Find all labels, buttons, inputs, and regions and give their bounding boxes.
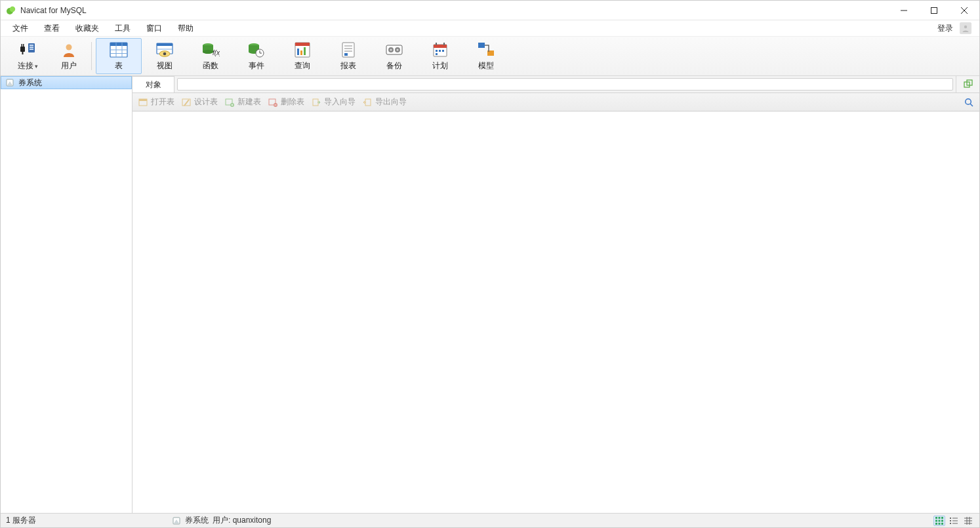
toolbar-table-button[interactable]: 表 bbox=[96, 38, 142, 74]
svg-rect-83 bbox=[939, 523, 941, 525]
svg-point-14 bbox=[66, 45, 72, 51]
toolbar-user-label: 用户 bbox=[61, 60, 77, 71]
table-icon bbox=[109, 41, 129, 59]
grid-icon bbox=[935, 517, 943, 525]
menu-view[interactable]: 查看 bbox=[36, 21, 68, 36]
svg-rect-85 bbox=[950, 518, 951, 519]
toolbar-schedule-label: 计划 bbox=[432, 60, 448, 71]
toolbar-table-label: 表 bbox=[115, 60, 123, 71]
avatar-icon[interactable] bbox=[960, 22, 971, 34]
svg-rect-38 bbox=[342, 43, 354, 57]
import-wizard-button[interactable]: 导入向导 bbox=[311, 96, 356, 108]
svg-rect-37 bbox=[304, 47, 306, 55]
search-button[interactable] bbox=[964, 97, 974, 108]
svg-rect-8 bbox=[30, 45, 33, 46]
menu-help[interactable]: 帮助 bbox=[170, 21, 201, 36]
close-button[interactable] bbox=[949, 1, 979, 20]
svg-rect-90 bbox=[952, 523, 958, 523]
toolbar-function-label: 函数 bbox=[203, 60, 218, 71]
connection-item[interactable]: 券系统 bbox=[1, 76, 132, 89]
svg-rect-34 bbox=[295, 43, 310, 46]
toolbar-function-button[interactable]: f(x) 函数 bbox=[188, 38, 234, 74]
menu-file[interactable]: 文件 bbox=[5, 21, 36, 36]
delete-table-button[interactable]: 删除表 bbox=[268, 96, 304, 108]
status-server-count: 1 服务器 bbox=[6, 515, 168, 526]
svg-rect-9 bbox=[30, 47, 33, 48]
svg-point-47 bbox=[397, 49, 399, 51]
toolbar-model-label: 模型 bbox=[478, 60, 494, 71]
design-table-button[interactable]: 设计表 bbox=[181, 96, 218, 108]
maximize-button[interactable] bbox=[919, 1, 949, 20]
toolbar-model-button[interactable]: 模型 bbox=[463, 38, 509, 74]
toolbar-event-label: 事件 bbox=[249, 60, 264, 71]
connection-icon bbox=[5, 78, 14, 87]
svg-rect-87 bbox=[950, 520, 951, 521]
menu-favorites[interactable]: 收藏夹 bbox=[68, 21, 107, 36]
object-list-area[interactable] bbox=[133, 112, 979, 513]
plug-server-icon bbox=[18, 41, 37, 59]
toolbar-connect-label: 连接 bbox=[18, 60, 33, 71]
view-list-button[interactable] bbox=[948, 516, 960, 526]
svg-rect-62 bbox=[139, 99, 147, 101]
svg-rect-76 bbox=[935, 517, 937, 519]
svg-rect-13 bbox=[23, 44, 24, 47]
status-user-label: 用户: bbox=[213, 516, 233, 525]
toolbar-report-label: 报表 bbox=[340, 60, 356, 71]
tab-objects[interactable]: 对象 bbox=[133, 76, 174, 92]
svg-text:f(x): f(x) bbox=[213, 49, 220, 56]
toolbar-query-button[interactable]: 查询 bbox=[279, 38, 325, 74]
path-bar[interactable] bbox=[177, 78, 953, 91]
tab-extras-button[interactable] bbox=[956, 76, 979, 92]
status-connection-icon bbox=[172, 516, 181, 525]
tab-strip: 对象 bbox=[133, 76, 979, 93]
app-icon bbox=[6, 5, 16, 16]
open-table-button[interactable]: 打开表 bbox=[138, 96, 174, 108]
svg-rect-71 bbox=[313, 99, 318, 106]
main-split: 券系统 对象 打开表 bbox=[1, 76, 979, 513]
svg-rect-88 bbox=[952, 520, 958, 521]
view-detail-button[interactable] bbox=[962, 516, 974, 526]
svg-point-6 bbox=[964, 26, 967, 28]
import-wizard-label: 导入向导 bbox=[324, 96, 356, 108]
toolbar-event-button[interactable]: 事件 bbox=[234, 38, 279, 74]
svg-point-25 bbox=[163, 52, 167, 56]
chevron-down-icon: ▾ bbox=[35, 63, 38, 70]
toolbar-user-button[interactable]: 用户 bbox=[51, 38, 87, 74]
svg-rect-54 bbox=[442, 50, 444, 52]
svg-rect-77 bbox=[939, 517, 941, 519]
status-user-value: quanxitong bbox=[233, 516, 272, 525]
detail-icon bbox=[964, 517, 972, 525]
toolbar-connect-button[interactable]: 连接 ▾ bbox=[5, 38, 51, 74]
svg-rect-50 bbox=[436, 43, 437, 45]
status-connection-name: 券系统 bbox=[185, 515, 209, 526]
svg-rect-35 bbox=[297, 49, 299, 55]
toolbar-view-button[interactable]: 视图 bbox=[142, 38, 188, 74]
connection-name: 券系统 bbox=[18, 77, 42, 89]
toolbar-query-label: 查询 bbox=[295, 60, 310, 71]
toolbar-schedule-button[interactable]: 计划 bbox=[417, 38, 463, 74]
report-icon bbox=[338, 41, 358, 59]
svg-line-74 bbox=[970, 104, 973, 106]
svg-rect-89 bbox=[950, 523, 951, 524]
export-wizard-button[interactable]: 导出向导 bbox=[362, 96, 407, 108]
status-bar: 1 服务器 券系统 用户: quanxitong bbox=[1, 513, 979, 527]
main-toolbar: 连接 ▾ 用户 表 bbox=[1, 37, 979, 76]
toolbar-report-button[interactable]: 报表 bbox=[325, 38, 371, 74]
menu-tools[interactable]: 工具 bbox=[107, 21, 138, 36]
svg-rect-78 bbox=[941, 517, 943, 519]
view-grid-button[interactable] bbox=[933, 516, 945, 526]
title-bar: Navicat for MySQL bbox=[1, 1, 979, 20]
new-table-button[interactable]: 新建表 bbox=[224, 96, 261, 108]
view-icon bbox=[155, 41, 174, 59]
connection-tree[interactable]: 券系统 bbox=[1, 76, 133, 513]
toolbar-backup-button[interactable]: 备份 bbox=[371, 38, 417, 74]
minimize-button[interactable] bbox=[889, 1, 919, 20]
login-button[interactable]: 登录 bbox=[933, 23, 957, 34]
toolbar-view-label: 视图 bbox=[157, 60, 173, 71]
window-controls bbox=[889, 1, 979, 20]
backup-icon bbox=[384, 41, 404, 59]
view-mode-switch bbox=[933, 516, 974, 526]
menu-window[interactable]: 窗口 bbox=[138, 21, 170, 36]
svg-rect-56 bbox=[478, 43, 485, 48]
delete-table-icon bbox=[268, 97, 278, 108]
